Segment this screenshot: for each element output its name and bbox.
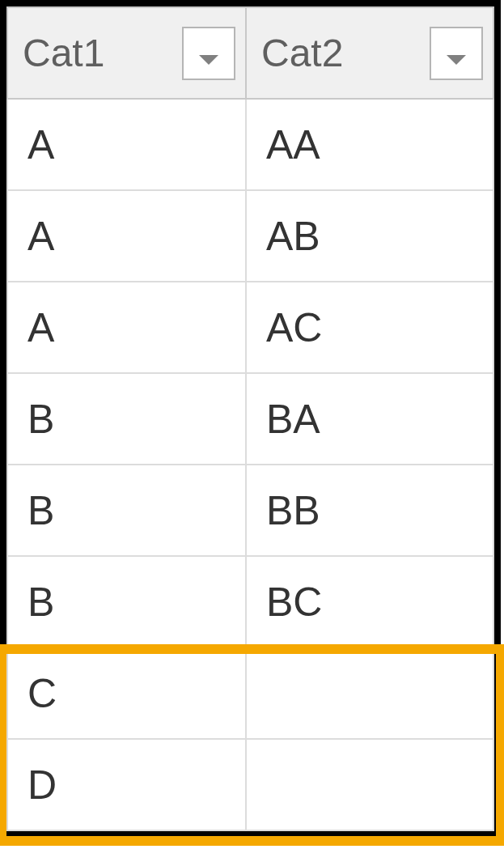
table-body: A AA A AB A AC B BA B BB B BC bbox=[7, 99, 493, 830]
column-header-label: Cat2 bbox=[261, 32, 343, 74]
table-row[interactable]: B BA bbox=[7, 373, 493, 465]
table-row[interactable]: C bbox=[7, 647, 493, 739]
cell-cat1[interactable]: C bbox=[7, 647, 246, 739]
table-row[interactable]: A AA bbox=[7, 99, 493, 190]
chevron-down-icon bbox=[197, 31, 220, 75]
cell-cat1[interactable]: B bbox=[7, 465, 246, 556]
cell-cat1[interactable]: D bbox=[7, 739, 246, 830]
svg-marker-0 bbox=[199, 55, 218, 65]
column-header-label: Cat1 bbox=[23, 32, 104, 74]
cell-cat2[interactable]: AB bbox=[246, 190, 493, 282]
cell-cat1[interactable]: A bbox=[7, 190, 246, 282]
column-header-cat1[interactable]: Cat1 bbox=[7, 7, 246, 99]
chevron-down-icon bbox=[445, 31, 468, 75]
cell-cat2[interactable]: AA bbox=[246, 99, 493, 190]
cell-cat2[interactable]: BB bbox=[246, 465, 493, 556]
cell-cat1[interactable]: A bbox=[7, 282, 246, 373]
cell-cat1[interactable]: B bbox=[7, 556, 246, 647]
svg-marker-1 bbox=[447, 55, 466, 65]
cell-cat1[interactable]: B bbox=[7, 373, 246, 465]
column-header-cat2[interactable]: Cat2 bbox=[246, 7, 493, 99]
table-row[interactable]: B BC bbox=[7, 556, 493, 647]
filter-dropdown-cat2[interactable] bbox=[430, 27, 483, 80]
table-row[interactable]: D bbox=[7, 739, 493, 830]
table-row[interactable]: B BB bbox=[7, 465, 493, 556]
filter-dropdown-cat1[interactable] bbox=[182, 27, 235, 80]
data-table: Cat1 Cat2 bbox=[6, 6, 494, 831]
table-frame: Cat1 Cat2 bbox=[0, 0, 501, 838]
cell-cat2[interactable]: BC bbox=[246, 556, 493, 647]
cell-cat2[interactable]: AC bbox=[246, 282, 493, 373]
cell-cat2[interactable] bbox=[246, 739, 493, 830]
table-row[interactable]: A AC bbox=[7, 282, 493, 373]
cell-cat2[interactable] bbox=[246, 647, 493, 739]
table-row[interactable]: A AB bbox=[7, 190, 493, 282]
header-row: Cat1 Cat2 bbox=[7, 7, 493, 99]
cell-cat1[interactable]: A bbox=[7, 99, 246, 190]
cell-cat2[interactable]: BA bbox=[246, 373, 493, 465]
